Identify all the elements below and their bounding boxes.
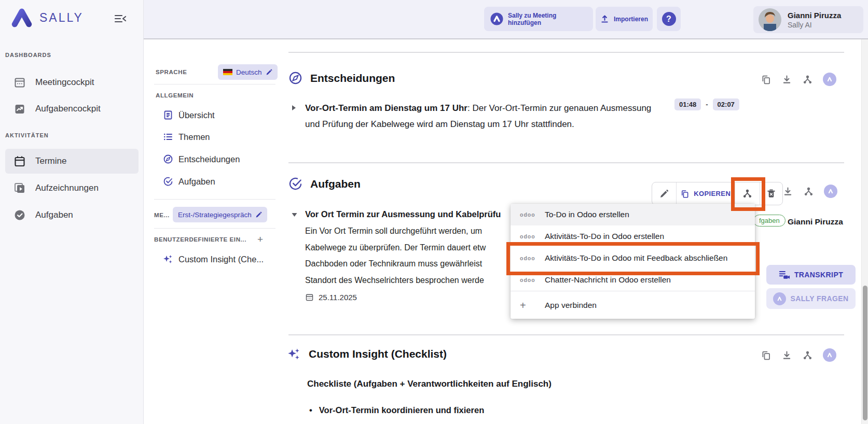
- task-title: Vor Ort Termin zur Ausmessung und Kabelp…: [305, 209, 509, 219]
- sidebar-item-meetingcockpit[interactable]: Meetingcockpit: [0, 71, 144, 94]
- decisions-section-header: Entscheidungen: [288, 71, 395, 85]
- sally-action-icon[interactable]: [823, 348, 836, 362]
- german-flag-icon: [223, 69, 232, 75]
- check-circle-outline-icon: [163, 176, 173, 187]
- sidebar-section-dashboards: DASHBOARDS: [5, 52, 51, 58]
- add-sally-to-meeting-button[interactable]: Sally zu Meeting hinzufügen: [484, 7, 593, 31]
- decision-item: Vor-Ort-Termin am Dienstag um 17 Uhr: De…: [292, 100, 663, 132]
- transcript-icon: [779, 270, 790, 280]
- brand-name: SALLY: [39, 11, 84, 25]
- sally-circle-icon: [490, 12, 503, 25]
- collapse-down-icon[interactable]: [292, 213, 297, 302]
- insight-actions: [761, 348, 836, 362]
- subnav-item-custom-insight[interactable]: Custom Insight (Che...: [163, 250, 264, 268]
- task-text-line: Dachboden oder Technikraum muss gewährle…: [305, 256, 509, 272]
- menu-item-chatter-message-odoo[interactable]: odoo Chatter-Nachricht in Odoo erstellen: [511, 269, 755, 291]
- ask-sally-button[interactable]: SALLY FRAGEN: [766, 288, 856, 309]
- copy-task-button[interactable]: KOPIEREN: [677, 182, 735, 205]
- task-integrations-button[interactable]: [735, 182, 760, 205]
- general-label: ALLGEMEIN: [156, 92, 194, 98]
- odoo-icon: odoo: [520, 233, 538, 239]
- menu-item-activity-todo-feedback-odoo[interactable]: odoo Aktivitäts-To-Do in Odoo mit Feedba…: [511, 247, 755, 269]
- sidebar-item-aufgaben[interactable]: Aufgaben: [0, 204, 144, 227]
- add-custom-insight-button[interactable]: +: [257, 234, 263, 244]
- decision-text: Vor-Ort-Termin am Dienstag um 17 Uhr: De…: [305, 100, 663, 132]
- user-menu[interactable]: Gianni Piruzza Sally AI: [753, 6, 863, 33]
- divider: [288, 162, 844, 163]
- copy-icon[interactable]: [761, 74, 771, 85]
- subnav-item-label: Custom Insight (Che...: [178, 255, 264, 264]
- menu-item-label: App verbinden: [545, 301, 597, 310]
- tasks-actions: [782, 185, 837, 198]
- odoo-icon: odoo: [520, 211, 538, 218]
- language-label: SPRACHE: [156, 69, 187, 75]
- brand: SALLY: [10, 7, 84, 28]
- delete-task-button[interactable]: [760, 182, 782, 205]
- scrollbar-thumb[interactable]: [863, 286, 867, 420]
- download-icon[interactable]: [782, 186, 793, 197]
- scrollbar-track[interactable]: [861, 39, 868, 424]
- help-button[interactable]: ?: [657, 7, 681, 31]
- menu-item-connect-app[interactable]: + App verbinden: [511, 291, 755, 319]
- recordings-icon: [13, 182, 26, 194]
- subnav-item-label: Entscheidungen: [178, 154, 240, 164]
- help-icon: ?: [662, 12, 676, 26]
- subnav-item-entscheidungen[interactable]: Entscheidungen: [163, 150, 240, 168]
- sidebar: SALLY DASHBOARDS Meetingcockpit: [0, 0, 144, 424]
- download-icon[interactable]: [781, 350, 792, 361]
- topbar: Sally zu Meeting hinzufügen Importieren …: [144, 0, 868, 39]
- app-screen: SALLY DASHBOARDS Meetingcockpit: [0, 0, 868, 424]
- sidebar-item-termine[interactable]: Termine: [5, 149, 139, 174]
- edit-pencil-icon[interactable]: [255, 211, 262, 218]
- subnav-item-aufgaben[interactable]: Aufgaben: [163, 172, 215, 191]
- sidebar-section-activities: AKTIVITÄTEN: [5, 132, 49, 138]
- calendar-icon: [13, 155, 26, 167]
- subnav-item-themen[interactable]: Themen: [163, 128, 210, 146]
- expand-right-icon[interactable]: [292, 105, 296, 132]
- subnav-item-label: Themen: [178, 132, 210, 142]
- subnav-item-uebersicht[interactable]: Übersicht: [163, 106, 215, 124]
- check-circle-icon: [13, 209, 26, 221]
- time-end[interactable]: 02:07: [713, 98, 739, 110]
- add-sally-label: Sally zu Meeting hinzufügen: [508, 12, 587, 26]
- menu-item-activity-todo-odoo[interactable]: odoo Aktivitäts-To-Do in Odoo erstellen: [511, 225, 755, 247]
- sparkles-icon: [287, 347, 301, 361]
- integrations-hub-icon[interactable]: [802, 350, 813, 361]
- menu-item-todo-odoo[interactable]: odoo To-Do in Odoo erstellen: [511, 204, 755, 225]
- copy-icon[interactable]: [761, 350, 771, 361]
- sally-action-icon[interactable]: [823, 73, 836, 86]
- sidebar-item-label: Meetingcockpit: [35, 77, 94, 88]
- bullet-dot: •: [309, 405, 312, 415]
- decisions-actions: [761, 73, 836, 86]
- divider: [154, 84, 275, 84]
- sidebar-item-label: Aufzeichnungen: [35, 183, 99, 193]
- task-body: Vor Ort Termin zur Ausmessung und Kabelp…: [305, 209, 509, 302]
- calendar-dots-icon: [13, 76, 26, 89]
- sally-action-icon[interactable]: [824, 185, 837, 198]
- odoo-icon: odoo: [520, 255, 538, 261]
- task-text-line: Kabelwege zu überprüfen. Der Termin daue…: [305, 239, 509, 256]
- divider: [154, 228, 275, 229]
- download-icon[interactable]: [781, 74, 792, 85]
- transcript-label: TRANSKRIPT: [794, 271, 843, 279]
- integrations-hub-icon[interactable]: [803, 186, 814, 197]
- edit-pencil-icon[interactable]: [266, 69, 272, 76]
- menu-item-label: To-Do in Odoo erstellen: [545, 210, 629, 219]
- sidebar-item-aufzeichnungen[interactable]: Aufzeichnungen: [0, 177, 144, 200]
- task-assignee: Gianni Piruzza: [788, 217, 843, 227]
- time-start[interactable]: 01:48: [674, 98, 701, 110]
- language-value: Deutsch: [236, 68, 262, 76]
- decision-title: Vor-Ort-Termin am Dienstag um 17 Uhr: [305, 103, 467, 113]
- meeting-type-chip[interactable]: Erst-/Strategiegespräch: [173, 207, 267, 222]
- decisions-title: Entscheidungen: [310, 72, 395, 84]
- language-chip[interactable]: Deutsch: [218, 64, 278, 80]
- sidebar-item-aufgabencockpit[interactable]: Aufgabencockpit: [0, 97, 144, 120]
- transcript-button[interactable]: TRANSKRIPT: [766, 265, 856, 285]
- sidebar-collapse-icon[interactable]: [114, 13, 127, 24]
- integrations-hub-icon[interactable]: [802, 74, 813, 85]
- edit-task-button[interactable]: [652, 182, 676, 205]
- task-toolbar: KOPIEREN: [652, 182, 783, 205]
- import-button[interactable]: Importieren: [596, 7, 653, 31]
- insight-bullet-item: • Vor-Ort-Termin koordinieren und fixier…: [309, 405, 484, 415]
- sparkles-icon: [163, 254, 173, 264]
